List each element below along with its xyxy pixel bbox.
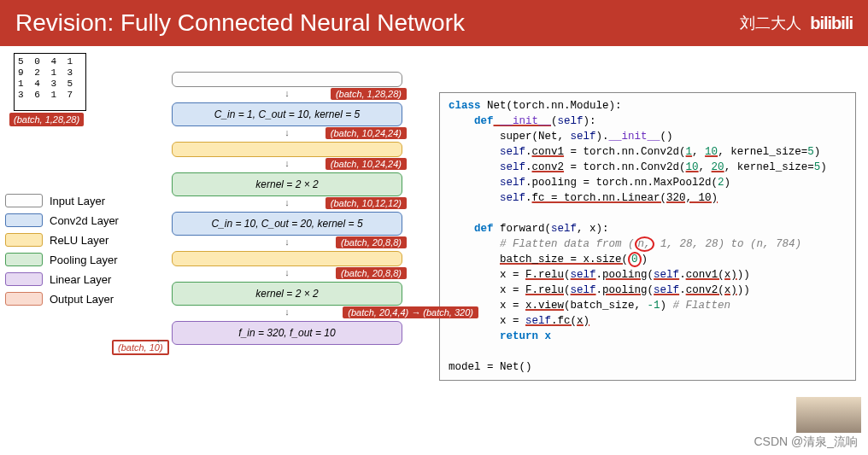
legend-row: Input Layer bbox=[5, 194, 120, 207]
shape-badge: (batch, 20,4,4) → (batch, 320) bbox=[343, 306, 478, 318]
network-flow: 5 0 4 1 9 2 1 3 1 4 3 5 3 6 1 7 (batch, … bbox=[120, 53, 432, 381]
author-name: 刘二大人 bbox=[740, 13, 801, 33]
legend-label: Linear Layer bbox=[50, 273, 111, 286]
code-panel: class Net(torch.nn.Module): def __init__… bbox=[439, 92, 856, 381]
layer-block: kernel = 2 × 2(batch, 10,12,12) bbox=[172, 172, 402, 196]
layer-block: C_in = 10, C_out = 20, kernel = 5(batch,… bbox=[172, 212, 402, 236]
layer-legend: Input LayerConv2d LayerReLU LayerPooling… bbox=[5, 194, 120, 381]
legend-row: Conv2d Layer bbox=[5, 213, 120, 227]
legend-label: Pooling Layer bbox=[50, 254, 118, 266]
legend-row: ReLU Layer bbox=[5, 233, 120, 247]
legend-row: Output Layer bbox=[5, 292, 120, 306]
layer-block: (batch, 10,24,24) bbox=[172, 142, 402, 157]
diagram-panel: Input LayerConv2d LayerReLU LayerPooling… bbox=[5, 53, 432, 381]
layer-pipeline: (batch, 1,28,28)C_in = 1, C_out = 10, ke… bbox=[172, 72, 402, 360]
layer-block: f_in = 320, f_out = 10 bbox=[172, 321, 402, 345]
arrow-left-icon: ← bbox=[155, 334, 167, 347]
slide-content: Input LayerConv2d LayerReLU LayerPooling… bbox=[0, 46, 868, 386]
layer-block: (batch, 20,8,8) bbox=[172, 251, 402, 266]
bilibili-logo: bilibili bbox=[810, 14, 853, 33]
csdn-watermark: CSDN @清泉_流响 bbox=[754, 435, 858, 450]
input-digits-grid: 5 0 4 1 9 2 1 3 1 4 3 5 3 6 1 7 bbox=[14, 53, 86, 111]
shape-badge: (batch, 20,8,8) bbox=[336, 267, 407, 279]
legend-label: Conv2d Layer bbox=[50, 214, 119, 227]
legend-swatch bbox=[5, 272, 43, 286]
shape-badge: (batch, 10,12,12) bbox=[326, 197, 407, 209]
legend-swatch bbox=[5, 292, 43, 306]
slide-header: Revision: Fully Connected Neural Network… bbox=[0, 0, 868, 46]
shape-badge: (batch, 1,28,28) bbox=[331, 88, 407, 100]
shape-badge: (batch, 10,24,24) bbox=[326, 127, 407, 139]
legend-label: ReLU Layer bbox=[50, 234, 108, 247]
legend-swatch bbox=[5, 194, 43, 207]
legend-swatch bbox=[5, 233, 43, 247]
legend-row: Pooling Layer bbox=[5, 253, 120, 266]
input-shape-label: (batch, 1,28,28) bbox=[9, 113, 84, 126]
legend-row: Linear Layer bbox=[5, 272, 120, 286]
legend-label: Input Layer bbox=[50, 195, 105, 207]
legend-swatch bbox=[5, 213, 43, 227]
legend-label: Output Layer bbox=[50, 293, 114, 306]
video-thumbnail bbox=[795, 395, 863, 435]
shape-badge: (batch, 20,8,8) bbox=[336, 236, 407, 248]
shape-badge: (batch, 10,24,24) bbox=[326, 158, 407, 170]
layer-block: (batch, 1,28,28) bbox=[172, 72, 402, 87]
layer-block: kernel = 2 × 2(batch, 20,4,4) → (batch, … bbox=[172, 282, 402, 306]
layer-block: C_in = 1, C_out = 10, kernel = 5(batch, … bbox=[172, 102, 402, 126]
slide-title: Revision: Fully Connected Neural Network bbox=[15, 9, 740, 37]
legend-swatch bbox=[5, 253, 43, 266]
